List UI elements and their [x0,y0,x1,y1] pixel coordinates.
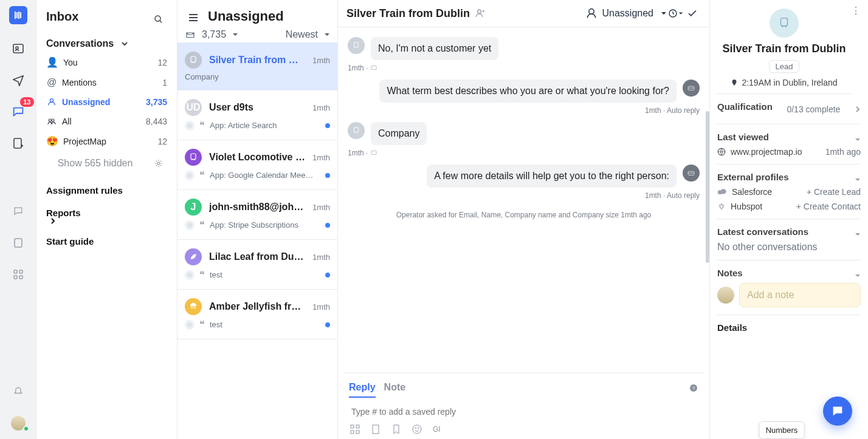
nav-articles[interactable] [6,131,30,155]
help-icon: ? [689,383,698,393]
profile-name: Silver Train from Dublin [722,43,846,55]
show-hidden-row[interactable]: Show 565 hidden [46,150,167,179]
caret-down-icon[interactable] [232,32,238,38]
search-icon [153,14,164,25]
svg-point-49 [785,26,787,27]
sidebar-item-mentions[interactable]: @ Mentions 1 [46,75,167,90]
conversation-item[interactable]: J john-smith88@joh… 1mth ❝ App: Stripe S… [177,190,337,240]
svg-point-52 [720,189,726,194]
caret-down-icon[interactable] [855,273,861,279]
user-add-icon[interactable] [475,8,486,19]
chevron-right-icon [855,106,861,112]
message-bubble: No, I'm not a customer yet [371,37,498,60]
assignee-button[interactable]: Unassigned [585,7,667,19]
svg-rect-21 [191,154,196,159]
start-guide-link[interactable]: Start guide [46,230,167,253]
emoji-icon [412,424,422,434]
check-icon [687,8,698,19]
nav-contacts[interactable] [6,36,30,61]
emoji-button[interactable] [412,424,422,434]
menu-button[interactable] [185,9,202,26]
scrollbar[interactable] [706,111,709,263]
create-lead-button[interactable]: + Create Lead [807,187,861,197]
nav-pages[interactable] [6,231,30,255]
messenger-launcher[interactable] [823,396,852,426]
message-meta: 1mth · [348,64,700,72]
help-button[interactable]: ? [689,383,698,393]
conversation-item[interactable]: UD User d9ts 1mth ❝ App: Article Search [177,90,337,140]
nav-notifications[interactable] [6,379,30,404]
unread-dot [325,273,330,277]
sidebar-item-unassigned[interactable]: Unassigned 3,735 [46,94,167,110]
svg-point-26 [187,273,192,277]
tab-reply[interactable]: Reply [349,378,376,398]
nav-inbox[interactable]: 13 [6,100,30,124]
qualification-section[interactable]: Qualification0/13 complete [717,94,861,124]
conversation-item[interactable]: Silver Train from D… 1mth Company [177,43,337,90]
close-conversation-button[interactable] [684,5,701,22]
create-contact-button[interactable]: + Create Contact [796,202,861,211]
app-logo[interactable] [9,6,27,24]
kebab-button[interactable]: ⋮ [851,5,861,16]
compose-input[interactable] [350,406,697,417]
nav-send[interactable] [6,68,30,92]
svg-point-24 [187,173,192,178]
svg-point-20 [187,123,192,128]
sidebar-item-all[interactable]: All 8,443 [46,114,167,129]
svg-point-13 [50,99,53,102]
globe-icon [717,148,726,156]
reports-link[interactable]: Reports [46,202,167,230]
conversations-section[interactable]: Conversations [46,38,167,49]
bookmark-icon [391,424,401,434]
message: What term best describes who you are or … [348,80,700,103]
caret-down-icon[interactable] [855,137,861,143]
last-viewed-row[interactable]: www.projectmap.io 1mth ago [717,147,861,157]
assignment-rules-link[interactable]: Assignment rules [46,179,167,202]
conversation-name: User d9ts [209,102,305,113]
intercom-logo-icon [13,10,23,20]
svg-rect-33 [688,86,694,90]
snooze-button[interactable] [667,5,684,22]
svg-rect-43 [373,425,379,434]
note-input[interactable]: Add a note [739,283,861,307]
inbox-title: Inbox [46,10,78,24]
caret-down-icon[interactable] [855,231,861,237]
avatar [185,248,202,265]
left-rail: 13 [0,0,36,439]
sidebar-item-you[interactable]: 👤 You 12 [46,54,167,71]
avatar [185,52,202,69]
profile-avatar [770,9,799,38]
message-bubble: A few more details will help get you to … [427,165,677,188]
sort-button[interactable]: Newest [286,29,330,40]
avatar [185,298,202,315]
reply-from-icon [185,220,195,230]
tab-note[interactable]: Note [384,378,406,398]
chat-log[interactable]: No, I'm not a customer yet 1mth · What t… [338,27,709,373]
gear-button[interactable] [150,155,167,172]
caret-down-icon[interactable] [855,177,861,183]
svg-rect-31 [354,43,359,47]
sidebar-item-projectmap[interactable]: 😍 ProjectMap 12 [46,133,167,150]
gear-icon [154,158,164,168]
article-button[interactable] [371,424,381,434]
avatar: 😍 [46,135,58,148]
group-icon [46,116,57,127]
conversation-header: Silver Train from Dublin Unassigned [338,0,709,27]
details-section[interactable]: Details [717,315,861,333]
hubspot-icon [717,202,726,211]
search-button[interactable] [150,11,167,28]
nav-chat[interactable] [6,199,30,223]
svg-point-15 [52,119,54,121]
saved-replies-button[interactable] [350,424,360,434]
bookmark-button[interactable] [391,424,401,434]
nav-apps[interactable] [6,262,30,287]
conversation-item[interactable]: Violet Locomotive … 1mth ❝ App: Google C… [177,140,337,190]
svg-point-16 [157,162,160,165]
conversation-item[interactable]: Amber Jellyfish fro… 1mth ❝ test [177,290,337,339]
conversation-item[interactable]: Lilac Leaf from Du… 1mth ❝ test [177,240,337,290]
nav-user[interactable] [6,411,30,435]
system-note: Operator asked for Email, Name, Company … [348,211,700,219]
notes-section: Notes Add a note [717,260,861,315]
conversations-label: Conversations [46,38,114,49]
gif-button[interactable]: GI [433,425,441,434]
